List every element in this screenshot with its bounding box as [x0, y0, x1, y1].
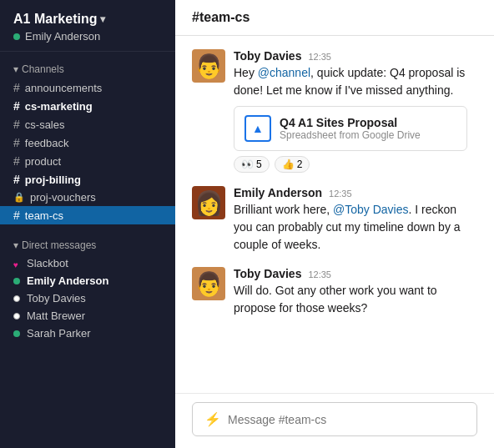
main-content: #team-cs Toby Davies 12:35 Hey @channel,…	[175, 0, 494, 448]
sidebar-item-feedback[interactable]: # feedback	[0, 133, 175, 152]
hash-icon: #	[13, 99, 20, 113]
hash-icon: #	[13, 154, 20, 168]
avatar-emily	[192, 186, 225, 219]
sender-name: Toby Davies	[234, 49, 301, 63]
hash-icon: #	[13, 118, 20, 131]
message-meta: Toby Davies 12:35	[234, 267, 477, 280]
channels-header[interactable]: ▾ Channels	[0, 60, 175, 78]
current-user-name: Emily Anderson	[25, 30, 100, 43]
channels-header-label: Channels	[22, 63, 64, 75]
message-text: Brilliant work here, @Toby Davies. I rec…	[234, 201, 477, 254]
lock-icon: 🔒	[13, 192, 25, 203]
avatar-toby	[192, 49, 225, 83]
dm-section: ▾ Direct messages ♥ Slackbot Emily Ander…	[0, 228, 175, 345]
sarah-status-dot	[13, 330, 20, 337]
sender-name: Emily Anderson	[234, 186, 322, 199]
message-timestamp: 12:35	[308, 269, 331, 279]
dm-item-toby[interactable]: Toby Davies	[0, 289, 175, 307]
reaction-emoji: 👍	[282, 159, 295, 170]
avatar-toby	[192, 267, 225, 300]
sidebar-item-label: team-cs	[25, 209, 63, 222]
message-timestamp: 12:35	[329, 189, 352, 199]
sidebar-item-label: feedback	[25, 137, 69, 149]
sidebar-item-label: proj-billing	[25, 174, 81, 186]
dm-item-emily[interactable]: Emily Anderson	[0, 272, 175, 289]
message-body: Toby Davies 12:35 Hey @channel, quick up…	[234, 49, 477, 173]
dm-item-slackbot[interactable]: ♥ Slackbot	[0, 254, 175, 272]
reaction-eyes[interactable]: 👀 5	[234, 156, 270, 173]
hash-icon: #	[13, 136, 20, 149]
reaction-emoji: 👀	[241, 159, 254, 170]
attachment-title: Q4 A1 Sites Proposal	[280, 116, 421, 129]
current-user-status: Emily Anderson	[13, 30, 165, 43]
lightning-icon: ⚡	[204, 411, 221, 427]
dm-label: Sarah Parker	[27, 327, 91, 340]
user-status-dot	[13, 33, 20, 40]
sidebar-item-announcements[interactable]: # announcements	[0, 78, 175, 97]
message-row: Toby Davies 12:35 Will do. Got any other…	[192, 267, 477, 317]
message-meta: Toby Davies 12:35	[234, 49, 477, 63]
sidebar-item-label: product	[25, 155, 61, 168]
mention: @Toby Davies	[333, 203, 408, 216]
dm-header-label: Direct messages	[22, 239, 96, 251]
channel-header: #team-cs	[175, 0, 494, 36]
reaction-count: 5	[256, 159, 262, 170]
message-row: Emily Anderson 12:35 Brilliant work here…	[192, 186, 477, 254]
message-text: Hey @channel, quick update: Q4 proposal …	[234, 64, 477, 99]
toby-status-dot	[13, 295, 20, 302]
workspace-chevron-icon: ▾	[100, 13, 105, 25]
reaction-thumbsup[interactable]: 👍 2	[275, 156, 310, 173]
dm-label: Slackbot	[27, 257, 68, 269]
sidebar-item-proj-vouchers[interactable]: 🔒 proj-vouchers	[0, 189, 175, 206]
channels-section: ▾ Channels # announcements # cs-marketin…	[0, 52, 175, 228]
hash-icon: #	[13, 81, 20, 94]
attachment[interactable]: ▲ Q4 A1 Sites Proposal Spreadsheet from …	[234, 106, 467, 151]
google-drive-icon: ▲	[244, 115, 271, 142]
message-timestamp: 12:35	[308, 52, 331, 62]
hash-icon: #	[13, 173, 20, 186]
channels-collapse-icon: ▾	[13, 63, 18, 75]
reaction-count: 2	[297, 159, 303, 170]
dm-collapse-icon: ▾	[13, 239, 18, 251]
message-meta: Emily Anderson 12:35	[234, 186, 477, 199]
sidebar-item-product[interactable]: # product	[0, 152, 175, 170]
dm-header[interactable]: ▾ Direct messages	[0, 236, 175, 254]
slackbot-heart-icon: ♥	[13, 260, 20, 267]
dm-label: Matt Brewer	[27, 310, 85, 322]
emily-status-dot	[13, 278, 20, 284]
sidebar-item-team-cs[interactable]: # team-cs	[0, 206, 175, 224]
attachment-subtitle: Spreadsheet from Google Drive	[280, 129, 421, 141]
sidebar-item-label: cs-sales	[25, 118, 65, 131]
messages-area: Toby Davies 12:35 Hey @channel, quick up…	[175, 36, 494, 393]
channel-title: #team-cs	[192, 10, 250, 24]
sidebar-item-cs-marketing[interactable]: # cs-marketing	[0, 97, 175, 115]
sidebar-item-label: announcements	[25, 82, 103, 94]
dm-item-sarah[interactable]: Sarah Parker	[0, 325, 175, 342]
message-body: Toby Davies 12:35 Will do. Got any other…	[234, 267, 477, 317]
hash-icon: #	[13, 209, 20, 222]
matt-status-dot	[13, 313, 20, 320]
message-input-box[interactable]: ⚡	[192, 402, 477, 436]
sidebar-header: A1 Marketing ▾ Emily Anderson	[0, 0, 175, 52]
message-body: Emily Anderson 12:35 Brilliant work here…	[234, 186, 477, 254]
message-row: Toby Davies 12:35 Hey @channel, quick up…	[192, 49, 477, 173]
mention: @channel	[258, 66, 310, 79]
dm-label: Toby Davies	[27, 292, 86, 305]
dm-item-matt[interactable]: Matt Brewer	[0, 307, 175, 325]
message-input-area: ⚡	[175, 393, 494, 448]
message-text: Will do. Got any other work you want to …	[234, 282, 477, 317]
sidebar-item-label: cs-marketing	[25, 100, 93, 113]
sidebar-item-label: proj-vouchers	[30, 191, 96, 204]
workspace-label: A1 Marketing	[13, 12, 97, 27]
reactions: 👀 5 👍 2	[234, 156, 477, 173]
sidebar-item-proj-billing[interactable]: # proj-billing	[0, 170, 175, 189]
dm-label: Emily Anderson	[27, 274, 108, 287]
message-input[interactable]	[228, 413, 465, 426]
sender-name: Toby Davies	[234, 267, 301, 280]
workspace-name[interactable]: A1 Marketing ▾	[13, 12, 165, 27]
attachment-info: Q4 A1 Sites Proposal Spreadsheet from Go…	[280, 116, 421, 141]
sidebar: A1 Marketing ▾ Emily Anderson ▾ Channels…	[0, 0, 175, 448]
sidebar-item-cs-sales[interactable]: # cs-sales	[0, 115, 175, 133]
